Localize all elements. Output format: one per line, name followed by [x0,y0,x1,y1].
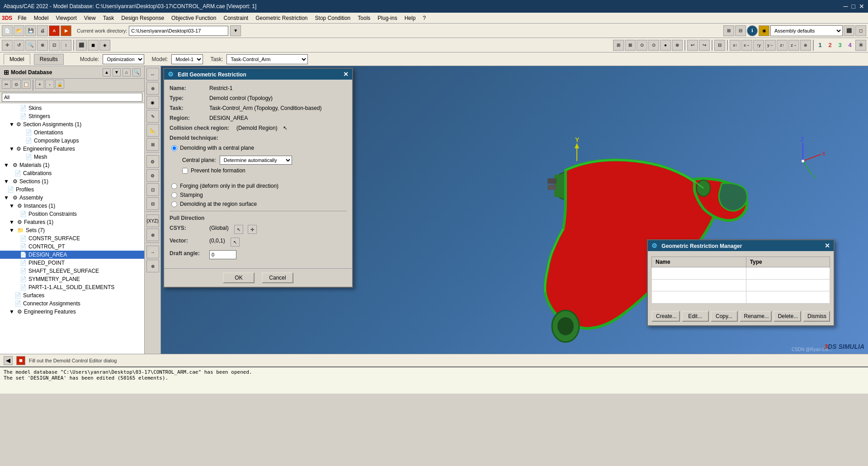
tree-calibrations[interactable]: 📄 Calibrations [0,169,144,177]
grm-close-btn[interactable]: ✕ [825,242,830,249]
mesh-btn4[interactable]: ⊙ [648,40,659,51]
menu-design-response[interactable]: Design Response [118,14,168,22]
radio-central-plane-input[interactable] [171,145,177,151]
maximize-btn[interactable]: □ [852,3,855,10]
grm-copy-btn[interactable]: Copy... [711,311,738,322]
filter-input[interactable] [2,93,142,102]
tree-features[interactable]: ▼ ⚙ Features (1) [0,218,144,226]
mesh-btn2[interactable]: ⊠ [625,40,636,51]
menu-task[interactable]: Task [99,14,118,22]
grm-edit-btn[interactable]: Edit... [682,311,709,322]
minimize-btn[interactable]: ─ [844,3,848,10]
run-btn[interactable]: ▶ [61,25,71,36]
tree-constr-surface[interactable]: 📄 CONSTR_SURFACE [0,234,144,243]
cwd-input[interactable] [129,26,228,36]
zoom-box-btn[interactable]: ⊕ [37,40,48,51]
vt-btn12[interactable]: → [146,246,159,258]
egr-close-btn[interactable]: ✕ [343,71,349,78]
axis-x-btn[interactable]: x↑ [730,40,741,51]
vt-btn11[interactable]: ⊕ [146,228,159,241]
lp-lock-btn[interactable]: 🔒 [55,80,64,89]
egr-titlebar[interactable]: ⚙ Edit Geometric Restriction ✕ [164,69,352,80]
axis-xarrow-btn[interactable]: x→ [741,40,752,51]
undo-btn[interactable]: ↩ [687,40,698,51]
axis-z-btn[interactable]: z↑ [777,40,788,51]
csys-select-btn[interactable]: ↖ [234,225,243,234]
vt-btn13[interactable]: ⊕ [146,260,159,272]
zoom-btn[interactable]: 🔍 [25,40,36,51]
render-btn2[interactable]: ◻ [855,25,866,36]
menu-viewport[interactable]: Viewport [52,14,80,22]
vt-btn10[interactable]: ⊟ [146,197,159,210]
tree-profiles[interactable]: 📄 Profiles [0,185,144,194]
menu-shorthelp[interactable]: ? [419,14,429,22]
menu-file[interactable]: File [14,14,30,22]
info-btn[interactable]: ℹ [747,25,758,36]
radio-region-surface[interactable]: Demolding at the region surface [171,201,347,207]
prevent-hole-checkbox[interactable]: Prevent hole formation [182,167,347,174]
vt-btn7[interactable]: ⚙ [146,155,159,168]
mesh-btn5[interactable]: ● [660,40,671,51]
tree-symmetry-plane[interactable]: 📄 SYMMETRY_PLANE [0,275,144,283]
egr-ok-btn[interactable]: OK [223,272,255,283]
num-1-btn[interactable]: 1 [816,41,825,50]
save-btn[interactable]: 💾 [25,25,36,36]
star-btn[interactable]: ✳ [855,40,866,51]
tree-composite-layups[interactable]: 📄 Composite Layups [0,137,144,145]
lp-paste-btn[interactable]: 📋 [22,80,31,89]
tree-part-elements[interactable]: 📄 PART-1-1.ALL_SOLID_ELEMENTS [0,283,144,291]
color-btn[interactable]: ◉ [759,25,769,36]
vt-btn4[interactable]: ✎ [146,110,159,123]
tree-mesh[interactable]: 📄 Mesh [0,153,144,161]
stop-btn[interactable]: ■ [16,356,25,365]
grm-titlebar[interactable]: ⚙ Geometric Restriction Manager ✕ [648,240,834,251]
viewport[interactable]: Y Z X Y ⚙ Edit Geometric Restr [161,66,868,354]
redo-btn[interactable]: ↪ [699,40,710,51]
abaqus-btn[interactable]: A [49,25,60,36]
menu-objective-function[interactable]: Objective Function [168,14,220,22]
tree-engineering-features[interactable]: ▼ ⚙ Engineering Features [0,145,144,153]
grm-rename-btn[interactable]: Rename... [740,311,772,322]
3d-btn3[interactable]: ◈ [99,40,110,51]
module-select[interactable]: Optimization [103,54,144,64]
grm-create-btn[interactable]: Create... [651,311,680,322]
mesh-btn6[interactable]: ⊗ [672,40,683,51]
tree-materials[interactable]: ▼ ⚙ Materials (1) [0,161,144,169]
vt-btn3[interactable]: ◉ [146,96,159,109]
new-btn[interactable]: 📄 [2,25,13,36]
radio-stamping-input[interactable] [171,192,177,198]
radio-forging-input[interactable] [171,183,177,189]
vt-btn9[interactable]: ⊡ [146,183,159,196]
num-3-btn[interactable]: 3 [835,41,844,50]
vt-btn5[interactable]: 📐 [146,124,159,137]
cwd-dropdown[interactable]: ▼ [230,25,241,36]
menu-stop-condition[interactable]: Stop Condition [311,14,354,22]
rotate-btn[interactable]: ↺ [14,40,24,51]
tree-shaft-sleeve[interactable]: 📄 SHAFT_SLEEVE_SURFACE [0,267,144,275]
grm-dismiss-btn[interactable]: Dismiss [803,311,830,322]
tree-design-area[interactable]: 📄 DESIGN_AREA [0,251,144,259]
radio-forging[interactable]: Forging (deform only in the pull directi… [171,183,347,189]
tree-control-pt[interactable]: 📄 CONTROL_PT [0,243,144,251]
menu-help[interactable]: Help [401,14,420,22]
lp-copy-btn[interactable]: ⊙ [12,80,21,89]
open-btn[interactable]: 📂 [14,25,24,36]
grm-delete-btn[interactable]: Delete... [774,311,801,322]
lp-expand-btn[interactable]: + [35,80,44,89]
print-btn[interactable]: 🖨 [37,25,48,36]
menu-model[interactable]: Model [30,14,52,22]
radio-central-plane[interactable]: Demolding with a central plane [171,145,347,151]
axis-zarrow-btn[interactable]: z→ [788,40,799,51]
tree-pined-point[interactable]: 📄 PINED_POINT [0,259,144,267]
draft-input[interactable] [209,250,236,259]
axis-all-btn[interactable]: ⊕ [800,40,811,51]
vt-btn6[interactable]: ⊞ [146,138,159,151]
lp-cut-btn[interactable]: ✂ [2,80,11,89]
radio-region-surface-input[interactable] [171,201,177,207]
num-2-btn[interactable]: 2 [826,41,835,50]
tree-skins[interactable]: 📄 Skins [0,104,144,112]
tree-surfaces[interactable]: 📄 Surfaces [0,291,144,300]
sketch-btn1[interactable]: ⊟ [714,40,725,51]
vt-btn2[interactable]: ⊕ [146,82,159,95]
lp-down-btn[interactable]: ▼ [113,68,121,76]
